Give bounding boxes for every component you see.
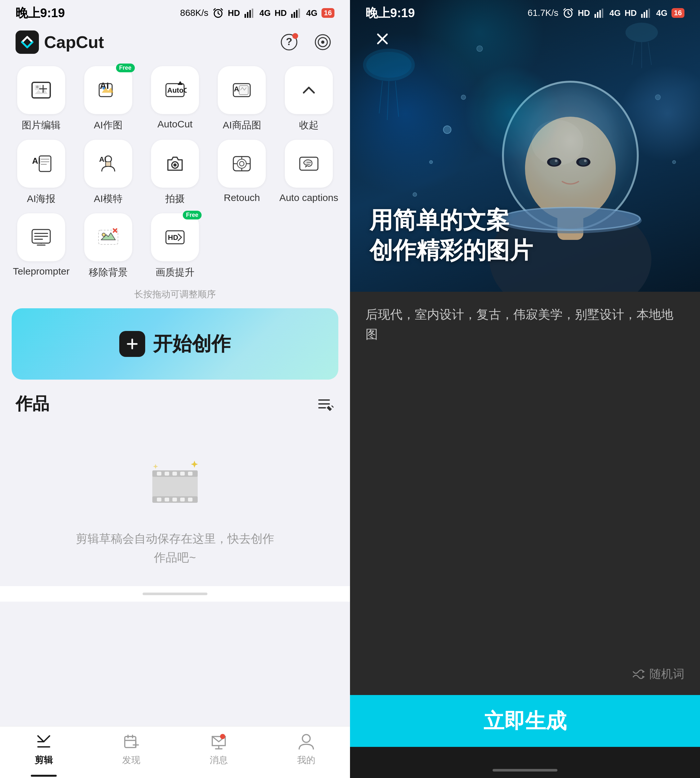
collapse-icon: [297, 78, 320, 102]
hint-text: 长按拖动可调整顺序: [0, 288, 350, 301]
tool-ai-model[interactable]: AI AI模特: [78, 140, 137, 205]
nav-cut-label: 剪辑: [35, 754, 53, 766]
signal-hd-right: HD: [578, 8, 590, 18]
tool-camera[interactable]: 拍摄: [145, 140, 205, 205]
left-home-bar: [143, 593, 207, 595]
tool-enhance-label: 画质提升: [155, 266, 195, 279]
svg-text:AutoCut: AutoCut: [167, 86, 187, 94]
generate-btn-label: 立即生成: [483, 707, 567, 735]
start-creation-button[interactable]: 开始创作: [12, 308, 338, 380]
nav-item-message[interactable]: 消息: [209, 732, 228, 766]
svg-point-22: [102, 87, 105, 90]
svg-rect-72: [188, 472, 192, 476]
film-icon: [143, 454, 207, 519]
svg-rect-126: [648, 9, 650, 18]
nav-profile-icon: [297, 732, 316, 751]
tool-ai-painting[interactable]: Free AI AI作图: [78, 66, 137, 132]
tool-ai-product-box: AI: [218, 66, 266, 114]
svg-text:?: ?: [286, 36, 292, 47]
left-panel: 晚上9:19 868K/s HD 4G HD 4G 16 CapCut: [0, 0, 350, 778]
tool-auto-captions[interactable]: Auto captions: [279, 140, 338, 205]
tool-remove-bg[interactable]: 移除背景: [78, 213, 137, 279]
svg-point-14: [321, 40, 324, 44]
generate-button[interactable]: 立即生成: [350, 695, 700, 747]
svg-rect-119: [594, 14, 596, 18]
svg-point-117: [672, 160, 676, 164]
svg-text:HD: HD: [168, 234, 178, 242]
input-text[interactable]: 后现代，室内设计，复古，伟寂美学，别墅设计，本地地图: [365, 305, 685, 344]
svg-rect-73: [157, 498, 162, 501]
tool-enhance[interactable]: Free HD 画质提升: [145, 213, 205, 279]
nav-message-icon: [209, 732, 228, 751]
tool-img-edit[interactable]: 图片编辑: [12, 66, 71, 132]
tool-ai-poster-box: AI: [17, 140, 65, 188]
tool-ai-product[interactable]: AI AI商品图: [212, 66, 271, 132]
target-icon: [314, 34, 331, 50]
tool-teleprompter[interactable]: Teleprompter: [12, 213, 71, 279]
svg-point-88: [366, 52, 412, 78]
tool-ai-poster-label: AI海报: [27, 192, 55, 205]
speed-left: 868K/s: [180, 8, 208, 18]
tool-collapse-label: 收起: [299, 119, 318, 132]
ai-poster-icon: AI: [30, 152, 53, 175]
svg-rect-8: [298, 9, 300, 18]
status-time-right: 晚上9:19: [365, 5, 415, 22]
tool-retouch[interactable]: Retouch: [212, 140, 271, 205]
nav-item-cut[interactable]: 剪辑: [34, 732, 53, 766]
app-logo: CapCut: [15, 30, 104, 54]
tool-auto-captions-label: Auto captions: [279, 192, 338, 203]
enhance-icon: HD: [163, 225, 187, 249]
nav-item-profile[interactable]: 我的: [297, 732, 316, 766]
free-badge-enhance: Free: [183, 211, 202, 219]
works-section: 作品: [0, 380, 350, 586]
signal-icon2-right: [641, 7, 652, 19]
svg-rect-75: [172, 498, 177, 501]
tool-collapse[interactable]: 收起: [279, 66, 338, 132]
svg-rect-6: [293, 12, 295, 18]
camera-icon: [163, 152, 187, 175]
empty-state: 剪辑草稿会自动保存在这里，快去创作 作品吧~: [15, 435, 335, 586]
svg-point-39: [237, 159, 246, 168]
right-panel: 晚上9:19 61.7K/s HD 4G HD 4G 16 用简单的文案 创作精…: [350, 0, 700, 778]
works-header: 作品: [15, 392, 335, 415]
svg-point-105: [550, 159, 559, 165]
alarm-icon-right: [562, 7, 574, 19]
tool-remove-bg-box: [84, 213, 132, 261]
text-input-area[interactable]: 后现代，室内设计，复古，伟寂美学，别墅设计，本地地图 随机词: [350, 292, 700, 695]
status-bar-right: 晚上9:19 61.7K/s HD 4G HD 4G 16: [350, 0, 700, 26]
signal-hd2-left: HD: [275, 8, 287, 18]
svg-marker-129: [642, 676, 645, 678]
tool-ai-poster[interactable]: AI AI海报: [12, 140, 71, 205]
svg-point-109: [584, 160, 587, 162]
tool-retouch-box: [218, 140, 266, 188]
plus-icon: [125, 336, 140, 352]
random-word-label: 随机词: [650, 666, 685, 682]
svg-point-86: [302, 735, 310, 742]
svg-rect-125: [646, 10, 648, 18]
svg-rect-68: [157, 472, 162, 476]
nav-item-discover[interactable]: 发现: [122, 732, 141, 766]
random-word-button[interactable]: 随机词: [631, 666, 685, 682]
close-button[interactable]: [370, 26, 395, 52]
svg-rect-122: [602, 9, 603, 18]
target-button[interactable]: [311, 30, 335, 54]
svg-rect-3: [249, 10, 251, 18]
svg-rect-71: [180, 472, 185, 476]
svg-point-106: [555, 160, 557, 162]
svg-line-91: [395, 81, 398, 117]
tool-autocut[interactable]: AutoCut AutoCut: [145, 66, 205, 132]
signal-hd-left: HD: [228, 8, 240, 18]
svg-point-114: [477, 46, 483, 52]
notification-dot: [292, 33, 298, 39]
autocut-icon: AutoCut: [163, 78, 187, 102]
random-icon: [631, 667, 645, 681]
help-button[interactable]: ?: [277, 30, 301, 54]
tool-teleprompter-label: Teleprompter: [13, 266, 70, 277]
status-bar-left: 晚上9:19 868K/s HD 4G HD 4G 16: [0, 0, 350, 26]
tool-grid: 图片编辑 Free AI AI作图 AutoCut: [0, 58, 350, 283]
nav-discover-icon: [122, 732, 141, 751]
svg-rect-5: [291, 14, 293, 18]
svg-line-89: [379, 81, 382, 114]
signal-icon-right: [594, 7, 606, 19]
works-manage-button[interactable]: [316, 395, 335, 413]
